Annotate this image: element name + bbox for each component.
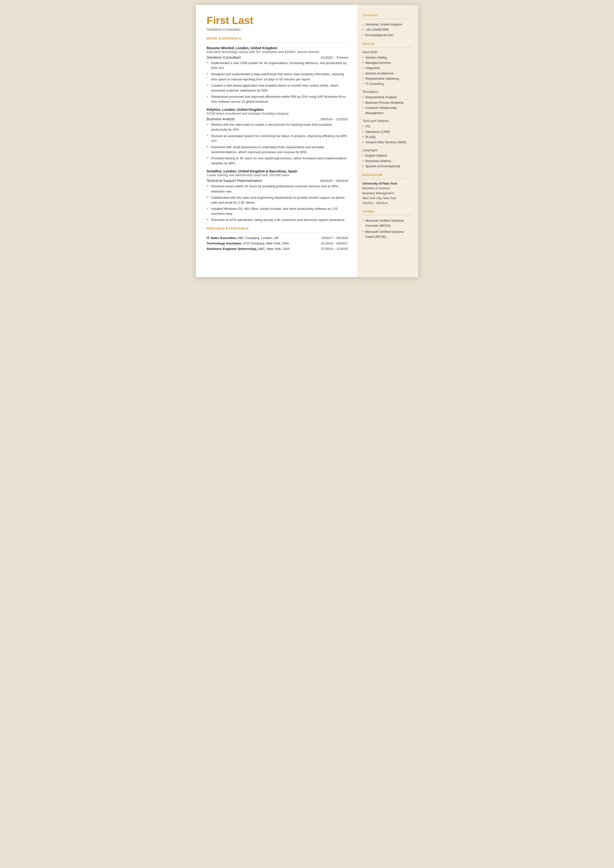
prev-exp-date-1: 10/2017 – 05/2018 — [321, 236, 348, 240]
company-2-bold: Polyhire, — [207, 108, 221, 112]
education-section-title: EDUCATION — [363, 174, 413, 176]
job-2-dates: 10/2019 – 12/2021 — [320, 117, 348, 121]
technique-item: Customer Relationship Management — [363, 106, 413, 116]
language-item: English (Native) — [363, 153, 413, 158]
bullet-item: Created a web-based application that ena… — [207, 83, 348, 93]
name: First Last — [207, 15, 348, 26]
job-title-header: Solutions Consultant — [207, 27, 348, 31]
company-2-tagline: NYSE-listed recruitment and employer bra… — [207, 112, 348, 115]
skill-item: Managed Services — [363, 61, 413, 65]
other-list: Microsoft Certified Solutions Associate … — [363, 218, 413, 239]
prev-exp-row-1: IT Sales Executive, ABC Company, London,… — [207, 236, 348, 240]
prev-exp-date-3: 07/2014 – 12/2015 — [321, 247, 348, 251]
prev-exp-left-2: Technology Assistant, XYZ Company, New Y… — [207, 242, 289, 245]
prev-exp-date-2: 01/2016 – 09/2017 — [321, 242, 348, 245]
tool-item: ITIL — [363, 124, 413, 129]
bullet-item: Designed and implemented a data warehous… — [207, 72, 348, 82]
edu-field: Business Management — [363, 191, 413, 196]
company-2-name: Polyhire, London, United Kingdom NYSE-li… — [207, 108, 348, 115]
job-3-title: Technical Support Representative — [207, 179, 262, 183]
bullet-item: Collaborated with the sales and engineer… — [207, 195, 348, 205]
languages-heading: Languages: — [363, 149, 413, 152]
job-3-dates: 06/2018 – 09/2019 — [320, 179, 348, 183]
tool-item: Amazon Web Services (AWS) — [363, 140, 413, 145]
job-2-title: Business Analyst — [207, 117, 235, 121]
language-item: Romanian (Native) — [363, 158, 413, 164]
skill-item: Requirements Gathering — [363, 76, 413, 81]
job-1-title: Solutions Consultant — [207, 55, 241, 59]
work-experience-section-title: WORK EXPERIENCE — [207, 37, 348, 40]
job-1-row: Solutions Consultant 01/2022 – Present — [207, 55, 348, 59]
company-2-header: Polyhire, London, United Kingdom NYSE-li… — [207, 108, 348, 115]
tools-heading: Tools and Software: — [363, 119, 413, 123]
company-3-header: Growthsi, London, United Kingdom & Barce… — [207, 169, 348, 177]
tool-item: PL/SQL — [363, 135, 413, 140]
prev-experience-section-title: PREVIOUS EXPERIENCE — [207, 227, 348, 230]
contact-email: first.last@gmail.com — [363, 33, 413, 38]
work-divider — [207, 42, 348, 43]
edu-dates: 10/2011 - 06/2014 — [363, 201, 413, 206]
company-1-bold: Resume Worded, — [207, 46, 235, 50]
resume-container: First Last Solutions Consultant WORK EXP… — [196, 5, 419, 277]
contact-section: CONTACT Somerset, United Kingdom +44 123… — [363, 14, 413, 38]
other-section-title: OTHER — [363, 210, 413, 213]
tool-item: Salesforce (CRM) — [363, 129, 413, 135]
prev-divider — [207, 232, 348, 233]
skills-section: SKILLS Hard Skills: Solution Selling Man… — [363, 42, 413, 169]
company-1-header: Resume Worded, London, United Kingdom Ed… — [207, 46, 348, 54]
prev-exp-left-3: Solutions Engineer (Internship), ABC, Ne… — [207, 247, 290, 251]
contact-phone: +44 1234567890 — [363, 27, 413, 33]
contact-list: Somerset, United Kingdom +44 1234567890 … — [363, 22, 413, 38]
sidebar: CONTACT Somerset, United Kingdom +44 123… — [357, 5, 419, 277]
prev-exp-row-3: Solutions Engineer (Internship), ABC, Ne… — [207, 247, 348, 251]
job-3-row: Technical Support Representative 06/2018… — [207, 179, 348, 183]
skills-divider — [363, 47, 413, 48]
job-2-row: Business Analyst 10/2019 – 12/2021 — [207, 117, 348, 121]
bullet-item: Devised an automated system for monitori… — [207, 134, 348, 143]
job-1-dates: 01/2022 – Present — [321, 56, 348, 59]
prev-exp-row-2: Technology Assistant, XYZ Company, New Y… — [207, 242, 348, 245]
technique-item: Requirements Analysis — [363, 95, 413, 100]
main-column: First Last Solutions Consultant WORK EXP… — [196, 5, 357, 277]
contact-section-title: CONTACT — [363, 14, 413, 17]
other-item: Microsoft Certified Solutions Expert (MC… — [363, 229, 413, 239]
bullet-item: Implemented a new CRM system for 40 orga… — [207, 61, 348, 70]
education-section: EDUCATION University of New York Bachelo… — [363, 174, 413, 206]
other-section: OTHER Microsoft Certified Solutions Asso… — [363, 210, 413, 239]
edu-entry-1: University of New York Bachelor of Scien… — [363, 182, 413, 206]
skill-item: Integration — [363, 65, 413, 71]
contact-location: Somerset, United Kingdom — [363, 22, 413, 27]
company-1-name: Resume Worded, London, United Kingdom Ed… — [207, 46, 348, 54]
company-3-name: Growthsi, London, United Kingdom & Barce… — [207, 169, 348, 177]
bullet-item: Streamlined processes that improved effi… — [207, 94, 348, 104]
techniques-list: Requirements Analysis Business Process M… — [363, 95, 413, 116]
skill-item: Solution Architecture — [363, 71, 413, 76]
skill-item: IT Consulting — [363, 81, 413, 87]
bullet-item: Worked with the sales team to create a n… — [207, 122, 348, 132]
other-item: Microsoft Certified Solutions Associate … — [363, 218, 413, 228]
hard-skills-list: Solution Selling Managed Services Integr… — [363, 55, 413, 87]
job-2-bullets: Worked with the sales team to create a n… — [207, 122, 348, 166]
edu-location: New York City, New York — [363, 196, 413, 201]
languages-list: English (Native) Romanian (Native) Spani… — [363, 153, 413, 169]
company-1-tagline: Education technology startup with 50+ em… — [207, 50, 348, 54]
edu-school-name: University of New York — [363, 182, 413, 185]
prev-exp-left-1: IT Sales Executive, ABC Company, London,… — [207, 236, 279, 240]
bullet-item: Partnered with small businesses to under… — [207, 145, 348, 155]
skill-item: Solution Selling — [363, 55, 413, 61]
bullet-item: Provided training to 3K users on new sys… — [207, 156, 348, 166]
tools-list: ITIL Salesforce (CRM) PL/SQL Amazon Web … — [363, 124, 413, 145]
job-3-bullets: Resolved issues within 24 hours by provi… — [207, 184, 348, 222]
bullet-item: Installed Windows OS, MS Office, Adobe A… — [207, 207, 348, 216]
company-3-tagline: Career training and membership SaaS with… — [207, 173, 348, 177]
language-item: Spanish (Conversational) — [363, 164, 413, 169]
job-1-bullets: Implemented a new CRM system for 40 orga… — [207, 61, 348, 104]
skills-section-title: SKILLS — [363, 42, 413, 45]
company-3-bold: Growthsi, — [207, 169, 223, 173]
bullet-item: Received an 87% satisfaction rating amon… — [207, 217, 348, 222]
technique-item: Business Process Modeling — [363, 100, 413, 106]
hard-skills-heading: Hard Skills: — [363, 50, 413, 54]
bullet-item: Resolved issues within 24 hours by provi… — [207, 184, 348, 194]
edu-degree: Bachelor of Science — [363, 186, 413, 191]
techniques-heading: Techniques: — [363, 90, 413, 93]
